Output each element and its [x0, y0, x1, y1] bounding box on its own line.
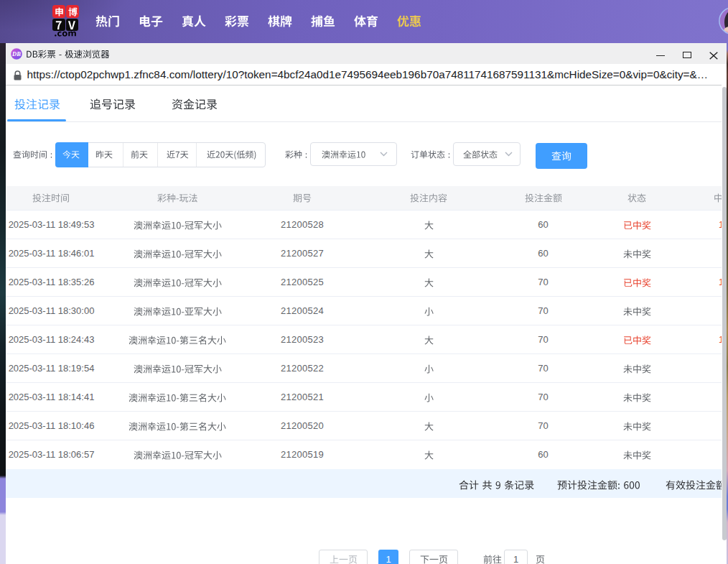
svg-text:DB: DB: [11, 50, 21, 57]
